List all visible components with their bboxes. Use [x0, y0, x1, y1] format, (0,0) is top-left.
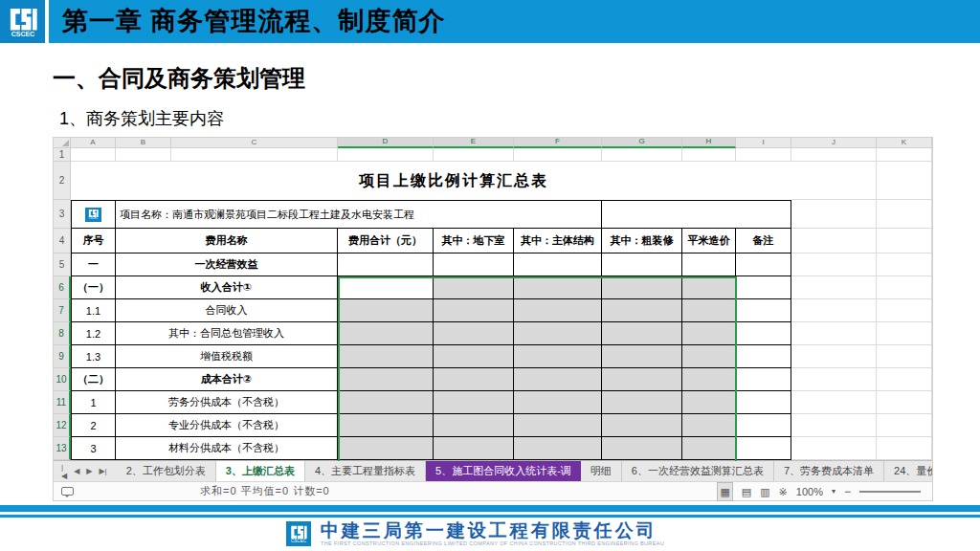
cell-H7[interactable] [682, 299, 736, 322]
cell-D12[interactable] [338, 414, 434, 437]
cell-B5[interactable]: 一次经营效益 [116, 253, 338, 276]
cell-G3[interactable] [602, 200, 791, 229]
column-header-H[interactable]: H [682, 138, 736, 148]
sheet-tab-3-active[interactable]: 3、上缴汇总表 [216, 461, 305, 481]
cell-F6[interactable] [514, 276, 602, 299]
cell-K5[interactable] [877, 253, 932, 276]
cell-H1[interactable] [682, 148, 736, 162]
zoom-dropdown-icon[interactable]: ▾ [832, 487, 835, 496]
cell-B8[interactable]: 其中：合同总包管理收入 [116, 322, 338, 345]
row-header-5[interactable]: 5 [54, 253, 71, 276]
custom-view-icon[interactable]: ※ [779, 483, 788, 500]
cell-G9[interactable] [602, 345, 682, 368]
cell-G1[interactable] [602, 148, 682, 162]
cell-D7[interactable] [338, 299, 434, 322]
cell-B12[interactable]: 专业分供成本（不含税） [116, 414, 338, 437]
row-header-8[interactable]: 8 [54, 322, 71, 345]
cell-J8[interactable] [791, 322, 877, 345]
cell-J12[interactable] [791, 414, 877, 437]
sheet-tab-7[interactable]: 7、劳务费成本清单 [774, 461, 884, 481]
header-cell-decoration[interactable]: 其中：粗装修 [602, 229, 682, 253]
header-cell-seq[interactable]: 序号 [71, 229, 116, 253]
cell-F9[interactable] [514, 345, 602, 368]
row-header-7[interactable]: 7 [54, 299, 71, 322]
cell-K10[interactable] [877, 368, 932, 391]
cell-K8[interactable] [877, 322, 932, 345]
row-header-9[interactable]: 9 [54, 345, 71, 368]
cell-A5[interactable]: 一 [71, 253, 116, 276]
cell-D8[interactable] [338, 322, 434, 345]
cell-I7[interactable] [736, 299, 791, 322]
cell-K13[interactable] [877, 437, 932, 460]
cell-E1[interactable] [434, 148, 514, 162]
page-layout-view-icon[interactable]: ▤ [742, 483, 751, 500]
cell-J9[interactable] [791, 345, 877, 368]
cell-B11[interactable]: 劳务分供成本（不含税） [116, 391, 338, 414]
cell-J7[interactable] [791, 299, 877, 322]
sheet-tab-4[interactable]: 4、主要工程量指标表 [305, 461, 426, 481]
cell-A2[interactable] [71, 162, 116, 200]
cell-F10[interactable] [514, 368, 602, 391]
cell-E10[interactable] [434, 368, 514, 391]
cell-A8[interactable]: 1.2 [71, 322, 116, 345]
sheet-tab-2[interactable]: 2、工作包划分表 [117, 461, 216, 481]
cell-G11[interactable] [602, 391, 682, 414]
tab-nav-next-icon[interactable]: ▶ [86, 467, 92, 475]
cell-B9[interactable]: 增值税税额 [116, 345, 338, 368]
cell-A3-logo[interactable]: CSCEC [71, 200, 116, 229]
row-header-11[interactable]: 11 [54, 391, 71, 414]
zoom-slider[interactable] [859, 491, 921, 493]
column-header-B[interactable]: B [116, 138, 171, 148]
cell-H12[interactable] [682, 414, 736, 437]
cell-B10[interactable]: 成本合计② [116, 368, 338, 391]
sheet-tab-detail[interactable]: 明细 [581, 461, 622, 481]
cell-A12[interactable]: 2 [71, 414, 116, 437]
cell-F1[interactable] [514, 148, 602, 162]
cell-D9[interactable] [338, 345, 434, 368]
cell-D1[interactable] [338, 148, 434, 162]
cell-E8[interactable] [434, 322, 514, 345]
cell-A1[interactable] [71, 148, 116, 162]
header-cell-fee-name[interactable]: 费用名称 [116, 229, 338, 253]
cell-K7[interactable] [877, 299, 932, 322]
cell-J6[interactable] [791, 276, 877, 299]
header-cell-structure[interactable]: 其中：主体结构 [514, 229, 602, 253]
cell-J10[interactable] [791, 368, 877, 391]
cell-H13[interactable] [682, 437, 736, 460]
cell-F12[interactable] [514, 414, 602, 437]
cell-A6[interactable]: （一） [71, 276, 116, 299]
row-header-4[interactable]: 4 [54, 229, 71, 253]
sheet-tab-24[interactable]: 24、量价盈亏 [884, 461, 932, 481]
cell-E12[interactable] [434, 414, 514, 437]
column-header-F[interactable]: F [514, 138, 602, 148]
column-header-J[interactable]: J [791, 138, 877, 148]
cell-K12[interactable] [877, 414, 932, 437]
cell-E11[interactable] [434, 391, 514, 414]
cell-I9[interactable] [736, 345, 791, 368]
cell-D5[interactable] [338, 253, 434, 276]
cell-I11[interactable] [736, 391, 791, 414]
cell-A13[interactable]: 3 [71, 437, 116, 460]
cell-E7[interactable] [434, 299, 514, 322]
cell-D10[interactable] [338, 368, 434, 391]
cell-I13[interactable] [736, 437, 791, 460]
cell-I5[interactable] [736, 253, 791, 276]
column-header-A[interactable]: A [71, 138, 116, 148]
cell-K3[interactable] [877, 200, 932, 229]
cell-I12[interactable] [736, 414, 791, 437]
cell-D13[interactable] [338, 437, 434, 460]
sheet-tab-5[interactable]: 5、施工图合同收入统计表-调 [426, 461, 581, 481]
cell-J4[interactable] [791, 229, 877, 253]
column-header-K[interactable]: K [877, 138, 932, 148]
row-header-2[interactable]: 2 [54, 162, 71, 200]
cell-F8[interactable] [514, 322, 602, 345]
cell-B7[interactable]: 合同收入 [116, 299, 338, 322]
tab-nav-first-icon[interactable]: |◀ [61, 463, 67, 480]
cell-D6[interactable] [338, 276, 434, 299]
cell-G10[interactable] [602, 368, 682, 391]
cell-D11[interactable] [338, 391, 434, 414]
cell-B1[interactable] [116, 148, 171, 162]
cell-A9[interactable]: 1.3 [71, 345, 116, 368]
cell-A11[interactable]: 1 [71, 391, 116, 414]
cell-I1[interactable] [736, 148, 791, 162]
